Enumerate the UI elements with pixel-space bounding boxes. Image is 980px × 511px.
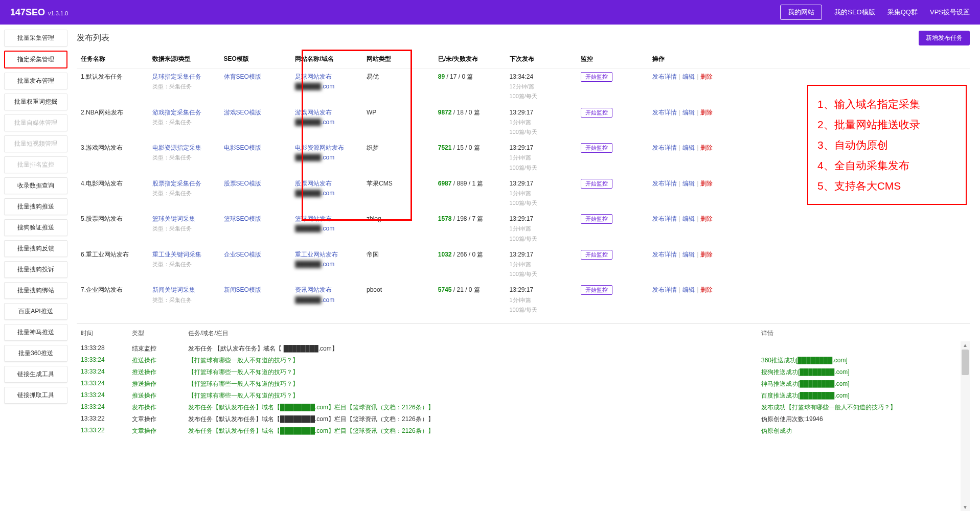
source-link[interactable]: 股票指定采集任务 [152, 180, 201, 187]
sidebar-item[interactable]: 收录数据查询 [4, 177, 67, 194]
template-link[interactable]: 企业SEO模版 [224, 251, 261, 258]
site-link[interactable]: 股票网站发布 [295, 180, 332, 187]
monitor-button[interactable]: 开始监控 [581, 72, 612, 82]
cell-next: 13:29:171分钟/篇100篇/每天 [506, 247, 577, 283]
monitor-button[interactable]: 开始监控 [581, 179, 612, 189]
cell-next: 13:34:2412分钟/篇100篇/每天 [506, 69, 577, 105]
monitor-button[interactable]: 开始监控 [581, 285, 612, 295]
scroll-down-icon[interactable]: ▼ [961, 503, 970, 511]
edit-link[interactable]: 编辑 [682, 215, 695, 222]
delete-link[interactable]: 删除 [700, 286, 713, 293]
site-link[interactable]: 游戏网站发布 [295, 109, 332, 116]
domain-cell: ██████.com [295, 261, 334, 268]
log-task: 发布任务【默认发布任务】域名【████████.com】栏目【篮球资讯（文档：2… [188, 415, 761, 424]
source-link[interactable]: 游戏指定采集任务 [152, 109, 201, 116]
source-link[interactable]: 电影资源指定采集 [152, 144, 201, 151]
delete-link[interactable]: 删除 [700, 215, 713, 222]
nav-qq-group[interactable]: 采集QQ群 [887, 8, 918, 17]
sidebar-item[interactable]: 批量发布管理 [4, 73, 67, 89]
sidebar-item[interactable]: 批量搜狗反馈 [4, 240, 67, 257]
site-link[interactable]: 足球网站发布 [295, 73, 332, 80]
site-link[interactable]: 资讯网站发布 [295, 286, 332, 293]
detail-link[interactable]: 发布详情 [652, 144, 677, 151]
delete-link[interactable]: 删除 [700, 180, 713, 187]
site-link[interactable]: 电影资源网站发布 [295, 144, 344, 151]
detail-link[interactable]: 发布详情 [652, 251, 677, 258]
sidebar-item[interactable]: 批量权重词挖掘 [4, 94, 67, 110]
cell-next: 13:29:171分钟/篇100篇/每天 [506, 211, 577, 247]
sidebar-item[interactable]: 百度API推送 [4, 303, 67, 320]
monitor-button[interactable]: 开始监控 [581, 250, 612, 260]
log-row: 13:33:24发布操作发布任务【默认发布任务】域名【████████.com】… [77, 402, 970, 413]
log-detail: 发布成功【打篮球有哪些一般人不知道的技巧？】 [761, 403, 966, 412]
scroll-up-icon[interactable]: ▲ [961, 341, 970, 350]
sidebar-item[interactable]: 指定采集管理 [4, 51, 67, 68]
site-link[interactable]: 篮球网站发布 [295, 215, 332, 222]
sidebar-item[interactable]: 批量搜狗推送 [4, 198, 67, 215]
edit-link[interactable]: 编辑 [682, 251, 695, 258]
sidebar-item[interactable]: 批量搜狗绑站 [4, 282, 67, 299]
edit-link[interactable]: 编辑 [682, 109, 695, 116]
template-link[interactable]: 电影SEO模版 [224, 144, 261, 151]
log-time: 13:33:24 [81, 356, 132, 365]
nav-vps-dial[interactable]: VPS拨号设置 [930, 8, 970, 17]
annotation-line: 1、输入域名指定采集 [817, 94, 956, 114]
log-th-time: 时间 [81, 329, 132, 338]
sidebar-item[interactable]: 批量自媒体管理 [4, 114, 67, 131]
sidebar-item[interactable]: 批量360推送 [4, 345, 67, 362]
log-task: 发布任务【默认发布任务】域名【████████.com】栏目【篮球资讯（文档：2… [188, 403, 761, 412]
cell-task-name: 6.重工业网站发布 [77, 247, 148, 283]
sidebar-item[interactable]: 批量排名监控 [4, 156, 67, 173]
delete-link[interactable]: 删除 [700, 251, 713, 258]
sidebar-item[interactable]: 链接抓取工具 [4, 387, 67, 404]
monitor-button[interactable]: 开始监控 [581, 108, 612, 118]
sidebar-item[interactable]: 搜狗验证推送 [4, 219, 67, 236]
delete-link[interactable]: 删除 [700, 144, 713, 151]
template-link[interactable]: 股票SEO模版 [224, 180, 261, 187]
edit-link[interactable]: 编辑 [682, 73, 695, 80]
template-link[interactable]: 篮球SEO模版 [224, 215, 261, 222]
th-seo-template: SEO模版 [220, 50, 291, 69]
page-title: 发布列表 [77, 33, 109, 43]
source-link[interactable]: 篮球关键词采集 [152, 215, 195, 222]
delete-link[interactable]: 删除 [700, 73, 713, 80]
log-scrollbar[interactable]: ▲ ▼ [961, 341, 970, 511]
sidebar-item[interactable]: 批量短视频管理 [4, 135, 67, 152]
detail-link[interactable]: 发布详情 [652, 215, 677, 222]
edit-link[interactable]: 编辑 [682, 180, 695, 187]
cell-task-name: 3.游戏网站发布 [77, 140, 148, 176]
template-link[interactable]: 体育SEO模版 [224, 73, 261, 80]
detail-link[interactable]: 发布详情 [652, 73, 677, 80]
log-detail: 伪原创成功 [761, 427, 966, 435]
log-detail: 神马推送成功[████████.com] [761, 380, 966, 388]
sidebar-item[interactable]: 批量神马推送 [4, 324, 67, 341]
sidebar-item[interactable]: 批量搜狗投诉 [4, 261, 67, 278]
log-type: 推送操作 [132, 380, 188, 388]
template-link[interactable]: 游戏SEO模版 [224, 109, 261, 116]
cell-next: 13:29:171分钟/篇100篇/每天 [506, 105, 577, 141]
scrollbar-thumb[interactable] [962, 350, 969, 375]
cell-task-name: 7.企业网站发布 [77, 282, 148, 318]
monitor-button[interactable]: 开始监控 [581, 214, 612, 224]
domain-cell: ██████.com [295, 119, 334, 126]
detail-link[interactable]: 发布详情 [652, 180, 677, 187]
log-task: 【打篮球有哪些一般人不知道的技巧？】 [188, 391, 761, 400]
source-link[interactable]: 足球指定采集任务 [152, 73, 201, 80]
site-link[interactable]: 重工业网站发布 [295, 251, 338, 258]
template-link[interactable]: 新闻SEO模版 [224, 286, 261, 293]
nav-my-seo-template[interactable]: 我的SEO模版 [834, 8, 875, 17]
cell-site-type: pboot [362, 282, 434, 318]
edit-link[interactable]: 编辑 [682, 286, 695, 293]
sidebar-item[interactable]: 链接生成工具 [4, 366, 67, 383]
detail-link[interactable]: 发布详情 [652, 109, 677, 116]
edit-link[interactable]: 编辑 [682, 144, 695, 151]
source-link[interactable]: 新闻关键词采集 [152, 286, 195, 293]
new-task-button[interactable]: 新增发布任务 [919, 31, 970, 45]
detail-link[interactable]: 发布详情 [652, 286, 677, 293]
source-link[interactable]: 重工业关键词采集 [152, 251, 201, 258]
sidebar-item[interactable]: 批量采集管理 [4, 30, 67, 47]
monitor-button[interactable]: 开始监控 [581, 143, 612, 153]
domain-cell: ██████.com [295, 296, 334, 304]
delete-link[interactable]: 删除 [700, 109, 713, 116]
nav-my-site[interactable]: 我的网站 [780, 5, 822, 20]
